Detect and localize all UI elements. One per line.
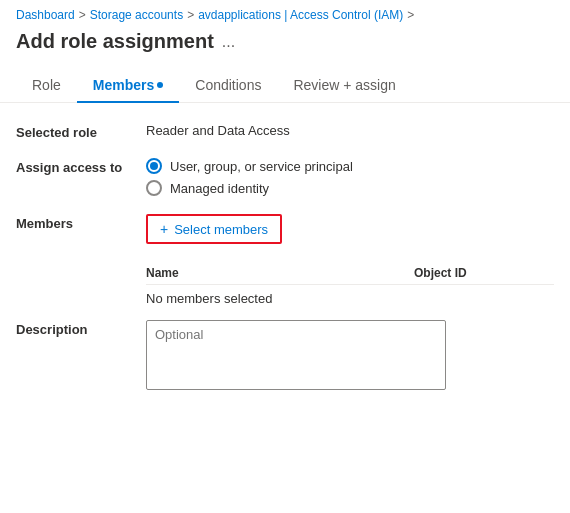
plus-icon: + [160, 221, 168, 237]
col-name-header: Name [146, 266, 414, 280]
members-label: Members [16, 214, 146, 231]
radio-circle-user-group [146, 158, 162, 174]
breadcrumb-sep-3: > [407, 8, 414, 22]
radio-user-group[interactable]: User, group, or service principal [146, 158, 353, 174]
members-row: Members + Select members [16, 214, 554, 244]
select-members-label: Select members [174, 222, 268, 237]
breadcrumb: Dashboard > Storage accounts > avdapplic… [0, 0, 570, 26]
description-label: Description [16, 320, 146, 337]
description-row: Description [16, 320, 554, 390]
assign-access-row: Assign access to User, group, or service… [16, 158, 554, 196]
select-members-button[interactable]: + Select members [146, 214, 282, 244]
breadcrumb-sep-2: > [187, 8, 194, 22]
breadcrumb-sep-1: > [79, 8, 86, 22]
selected-role-row: Selected role Reader and Data Access [16, 123, 554, 140]
breadcrumb-storage-accounts[interactable]: Storage accounts [90, 8, 183, 22]
form-content: Selected role Reader and Data Access Ass… [0, 103, 570, 410]
selected-role-label: Selected role [16, 123, 146, 140]
col-objectid-header: Object ID [414, 266, 554, 280]
assign-access-options: User, group, or service principal Manage… [146, 158, 353, 196]
radio-managed-identity[interactable]: Managed identity [146, 180, 353, 196]
breadcrumb-dashboard[interactable]: Dashboard [16, 8, 75, 22]
tab-review-assign[interactable]: Review + assign [277, 69, 411, 103]
table-header: Name Object ID [146, 262, 554, 285]
tab-conditions[interactable]: Conditions [179, 69, 277, 103]
page-title: Add role assignment [16, 30, 214, 53]
radio-label-user-group: User, group, or service principal [170, 159, 353, 174]
ellipsis-icon[interactable]: ... [222, 33, 235, 51]
no-members-message: No members selected [146, 285, 554, 312]
tab-members[interactable]: Members [77, 69, 179, 103]
radio-label-managed: Managed identity [170, 181, 269, 196]
members-section: + Select members [146, 214, 282, 244]
members-dot [157, 82, 163, 88]
page-header: Add role assignment ... [0, 26, 570, 69]
radio-circle-managed [146, 180, 162, 196]
tab-role[interactable]: Role [16, 69, 77, 103]
selected-role-value: Reader and Data Access [146, 123, 290, 138]
members-table: Name Object ID No members selected [16, 262, 554, 312]
tabs-bar: Role Members Conditions Review + assign [0, 69, 570, 103]
breadcrumb-iam[interactable]: avdapplications | Access Control (IAM) [198, 8, 403, 22]
assign-access-label: Assign access to [16, 158, 146, 175]
description-input[interactable] [146, 320, 446, 390]
